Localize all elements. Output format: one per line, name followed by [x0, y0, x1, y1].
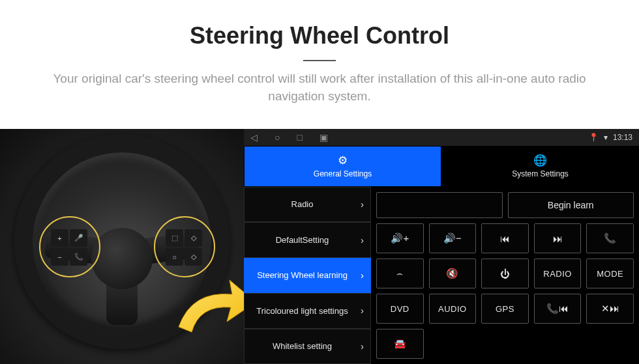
- wheel-button: ◇: [185, 229, 202, 247]
- chevron-right-icon: ›: [361, 199, 364, 210]
- swc-button[interactable]: MODE: [586, 259, 634, 288]
- wheel-button: +: [51, 229, 68, 247]
- menu-item-label: Steering Wheel learning: [257, 270, 348, 281]
- android-status-bar: ◁ ○ □ ▣ 📍 ▾ 13:13: [244, 129, 639, 146]
- swc-button[interactable]: GPS: [481, 294, 529, 324]
- wheel-button: 📞: [70, 248, 87, 266]
- menu-item[interactable]: Radio›: [244, 187, 371, 222]
- swc-button[interactable]: AUDIO: [429, 294, 477, 324]
- settings-menu: Radio›DefaultSetting›Steering Wheel lear…: [244, 187, 371, 364]
- globe-icon: 🌐: [533, 154, 547, 167]
- menu-item-label: Tricoloured light settings: [256, 306, 348, 316]
- chevron-right-icon: ›: [361, 305, 364, 316]
- tab-label: System Settings: [512, 169, 569, 178]
- swc-button[interactable]: 📞: [586, 223, 634, 253]
- home-icon[interactable]: ○: [275, 132, 280, 143]
- nav-buttons: ◁ ○ □ ▣: [250, 132, 328, 143]
- swc-button[interactable]: ⏮: [481, 223, 529, 253]
- tab-label: General Settings: [314, 169, 372, 178]
- clock: 13:13: [613, 133, 632, 142]
- panel-top-row: Begin learn: [376, 192, 634, 218]
- chevron-right-icon: ›: [361, 341, 364, 352]
- swc-button[interactable]: ✕⏭: [586, 294, 634, 324]
- wheel-hub: [91, 228, 153, 289]
- wheel-buttons-left: + 🎤 − 📞: [51, 229, 87, 266]
- swc-button[interactable]: 🔇: [429, 259, 477, 288]
- location-icon: 📍: [589, 133, 599, 142]
- chevron-right-icon: ›: [361, 234, 364, 246]
- back-icon[interactable]: ◁: [250, 132, 258, 143]
- wheel-button: ○: [166, 248, 183, 266]
- wheel-button: ◇: [185, 248, 202, 266]
- swc-button[interactable]: 🔊+: [376, 223, 424, 253]
- page-title: Steering Wheel Control: [0, 22, 639, 49]
- wheel-button: −: [51, 248, 68, 266]
- main-row: + 🎤 − 📞 ⬚ ◇ ○ ◇ ◁ ○ □ ▣ 📍: [0, 129, 639, 364]
- swc-button[interactable]: DVD: [376, 294, 424, 324]
- gear-icon: ⚙: [338, 154, 348, 167]
- head-unit-screen: ◁ ○ □ ▣ 📍 ▾ 13:13 ⚙ General Settings 🌐 S…: [244, 129, 639, 364]
- chevron-right-icon: ›: [361, 270, 364, 281]
- begin-learn-button[interactable]: Begin learn: [508, 192, 634, 218]
- app-drawer-icon[interactable]: ▣: [320, 132, 328, 143]
- swc-button[interactable]: 🔊−: [429, 223, 477, 253]
- menu-item[interactable]: DefaultSetting›: [244, 222, 371, 257]
- page-header: Steering Wheel Control Your original car…: [0, 0, 639, 113]
- swc-button[interactable]: RADIO: [534, 259, 582, 288]
- tab-general-settings[interactable]: ⚙ General Settings: [244, 146, 441, 187]
- blank-slot[interactable]: [376, 192, 503, 218]
- wheel-buttons-right: ⬚ ◇ ○ ◇: [166, 229, 202, 266]
- pointer-arrow: [172, 271, 244, 343]
- wheel-button: ⬚: [166, 229, 183, 247]
- menu-item[interactable]: Whitelist setting›: [244, 329, 371, 364]
- recent-icon[interactable]: □: [297, 132, 302, 143]
- swc-button[interactable]: 🚘: [376, 329, 424, 359]
- swc-button[interactable]: ⏭: [534, 223, 582, 253]
- menu-item-label: Whitelist setting: [273, 341, 332, 352]
- menu-item[interactable]: Tricoloured light settings›: [244, 293, 371, 328]
- swc-button[interactable]: ⌢: [376, 259, 424, 288]
- menu-item-label: Radio: [291, 199, 314, 210]
- wheel-button: 🎤: [70, 229, 87, 247]
- tab-system-settings[interactable]: 🌐 System Settings: [441, 146, 639, 187]
- settings-tabs: ⚙ General Settings 🌐 System Settings: [244, 146, 639, 187]
- swc-button[interactable]: 📞⏮: [534, 294, 582, 324]
- swc-button-grid: 🔊+🔊−⏮⏭📞⌢🔇⏻RADIOMODEDVDAUDIOGPS📞⏮✕⏭🚘: [376, 223, 634, 359]
- menu-item[interactable]: Steering Wheel learning›: [244, 258, 371, 293]
- wifi-icon: ▾: [604, 133, 608, 142]
- status-indicators: 📍 ▾ 13:13: [589, 133, 632, 142]
- menu-item-label: DefaultSetting: [276, 235, 329, 245]
- swc-button[interactable]: ⏻: [481, 259, 529, 288]
- page-subtitle: Your original car's steering wheel contr…: [0, 70, 639, 105]
- steering-wheel-photo: + 🎤 − 📞 ⬚ ◇ ○ ◇: [0, 129, 244, 364]
- settings-content: Radio›DefaultSetting›Steering Wheel lear…: [244, 187, 639, 364]
- title-divider: [303, 60, 336, 61]
- swc-panel: Begin learn 🔊+🔊−⏮⏭📞⌢🔇⏻RADIOMODEDVDAUDIOG…: [371, 187, 639, 364]
